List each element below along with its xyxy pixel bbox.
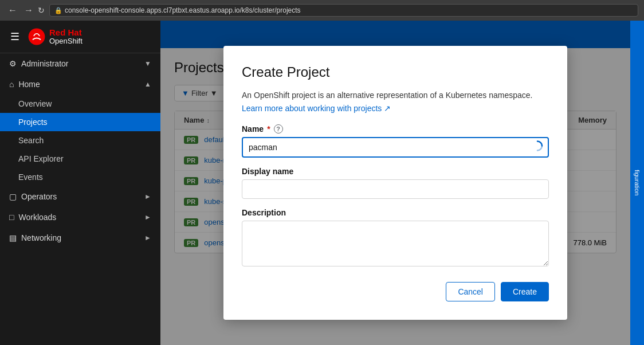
name-input-wrapper [242,137,549,158]
name-input[interactable] [242,137,549,158]
help-icon[interactable]: ? [274,124,283,134]
sidebar-item-search[interactable]: Search [0,131,160,150]
workloads-icon: □ [9,213,14,222]
back-button[interactable]: ← [6,4,19,17]
chevron-right-icon3: ► [144,234,151,242]
learn-more-text: Learn more about working with projects [242,104,382,113]
browser-chrome: ← → ↻ 🔒 console-openshift-console.apps.c… [0,0,644,21]
sidebar-item-projects[interactable]: Projects [0,113,160,131]
sidebar-item-networking[interactable]: ▤ Networking ► [0,228,160,248]
role-selector[interactable]: ⚙ Administrator ▼ [0,53,160,74]
sidebar-item-api-explorer[interactable]: API Explorer [0,150,160,168]
modal-overlay: Create Project An OpenShift project is a… [160,21,630,345]
create-project-modal: Create Project An OpenShift project is a… [223,46,567,320]
home-icon: ⌂ [9,80,14,89]
sidebar-item-home[interactable]: ⌂ Home ▲ [0,74,160,95]
modal-description: An OpenShift project is an alternative r… [242,89,549,101]
operators-label: Operators [21,192,57,201]
learn-more-link[interactable]: Learn more about working with projects ↗ [242,104,391,113]
display-name-form-group: Display name [242,167,549,199]
redhat-logo: Red Hat OpenShift [28,28,83,46]
logo-redhat: Red Hat [49,28,83,38]
workloads-label: Workloads [18,213,56,222]
required-indicator: * [267,124,270,134]
refresh-button[interactable]: ↻ [38,6,45,15]
hamburger-button[interactable]: ☰ [9,29,21,44]
lock-icon: 🔒 [54,7,62,14]
sidebar-item-events[interactable]: Events [0,168,160,186]
sidebar: ☰ Red Hat OpenShift ⚙ Administrator [0,21,160,345]
cancel-button[interactable]: Cancel [446,282,495,301]
admin-icon: ⚙ [9,59,17,68]
openshift-spinner-icon [532,140,543,155]
modal-title: Create Project [242,64,549,80]
description-label: Description [242,208,549,217]
svg-point-0 [29,29,45,45]
sidebar-item-overview[interactable]: Overview [0,95,160,113]
role-label: Administrator [21,59,68,68]
sidebar-item-workloads[interactable]: □ Workloads ► [0,207,160,228]
main-content: Projects ▼ Filter ▼ Name Name ↕ Display … [160,21,630,345]
chevron-right-icon2: ► [144,213,151,221]
networking-label: Networking [21,233,61,242]
address-bar[interactable]: 🔒 console-openshift-console.apps.cl7ptbx… [49,4,638,17]
right-panel-strip[interactable]: figuration [630,21,644,345]
description-form-group: Description [242,208,549,268]
chevron-up-icon: ▲ [144,80,151,88]
url-text: console-openshift-console.apps.cl7ptbxt.… [65,6,301,14]
create-button[interactable]: Create [501,282,549,301]
logo-text: Red Hat OpenShift [49,28,83,46]
home-label: Home [18,80,40,89]
display-name-input[interactable] [242,179,549,199]
external-link-icon: ↗ [384,104,391,113]
chevron-down-icon: ▼ [144,60,151,68]
chevron-right-icon: ► [144,193,151,201]
networking-icon: ▤ [9,233,17,242]
forward-button[interactable]: → [22,4,36,17]
logo-openshift: OpenShift [49,37,83,45]
modal-actions: Cancel Create [242,282,549,301]
sidebar-header: ☰ Red Hat OpenShift [0,21,160,53]
sidebar-item-operators[interactable]: ▢ Operators ► [0,186,160,207]
right-strip-label: figuration [634,170,641,195]
description-textarea[interactable] [242,221,549,266]
redhat-logo-icon [28,28,46,46]
name-label: Name * ? [242,124,549,134]
name-form-group: Name * ? [242,124,549,158]
operators-icon: ▢ [9,192,17,201]
display-name-label: Display name [242,167,549,176]
